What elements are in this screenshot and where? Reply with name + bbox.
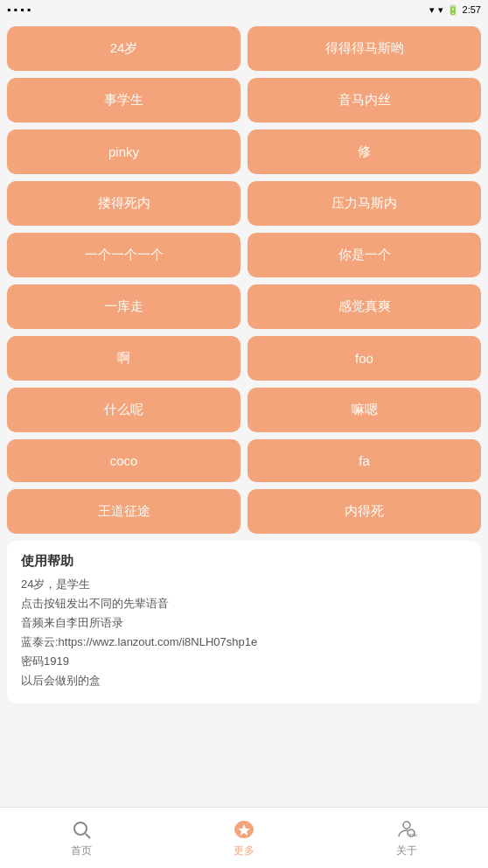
nav-item-home[interactable]: 首页 bbox=[0, 818, 163, 858]
signal-icon: ▾ bbox=[438, 4, 443, 16]
help-section: 使用帮助 24岁，是学生点击按钮发出不同的先辈语音音频来自李田所语录蓝泰云:ht… bbox=[7, 541, 481, 704]
help-line: 密码1919 bbox=[21, 652, 467, 671]
help-line: 24岁，是学生 bbox=[21, 575, 467, 594]
nav-label-more: 更多 bbox=[234, 844, 254, 858]
more-icon bbox=[233, 818, 255, 841]
phrase-button-5[interactable]: pinky bbox=[7, 130, 241, 174]
time-display: 2:57 bbox=[463, 4, 481, 15]
help-body: 24岁，是学生点击按钮发出不同的先辈语音音频来自李田所语录蓝泰云:https:/… bbox=[21, 575, 467, 691]
status-left: ▪ ▪ ▪ ▪ bbox=[7, 4, 31, 16]
help-line: 音频来自李田所语录 bbox=[21, 613, 467, 633]
home-icon bbox=[70, 818, 93, 841]
status-right: ▾ ▾ 🔋 2:57 bbox=[429, 4, 481, 16]
phrase-button-11[interactable]: 一库走 bbox=[7, 284, 241, 329]
nav-item-about[interactable]: info 关于 bbox=[325, 818, 488, 858]
svg-text:info: info bbox=[409, 832, 418, 837]
nav-label-about: 关于 bbox=[396, 844, 417, 858]
nav-label-home: 首页 bbox=[71, 844, 92, 858]
phrase-button-4[interactable]: 音马内丝 bbox=[247, 78, 481, 122]
wifi-icon: ▾ bbox=[429, 4, 435, 16]
about-icon: info bbox=[395, 818, 418, 841]
phrase-button-14[interactable]: foo bbox=[247, 336, 481, 381]
phrase-button-10[interactable]: 你是一个 bbox=[247, 233, 481, 277]
bottom-nav: 首页 更多 info 关于 bbox=[0, 807, 488, 868]
svg-point-0 bbox=[74, 822, 87, 835]
help-line: 以后会做别的盒 bbox=[21, 671, 467, 690]
status-bar: ▪ ▪ ▪ ▪ ▾ ▾ 🔋 2:57 bbox=[0, 0, 488, 19]
help-line: 蓝泰云:https://wwz.lanzout.com/i8NLH07shp1e bbox=[21, 633, 467, 652]
phrase-button-1[interactable]: 24岁 bbox=[7, 26, 241, 71]
phrase-button-15[interactable]: 什么呢 bbox=[7, 388, 241, 432]
svg-line-1 bbox=[86, 834, 90, 838]
svg-point-2 bbox=[403, 822, 410, 829]
battery-icon: 🔋 bbox=[447, 4, 459, 16]
help-line: 点击按钮发出不同的先辈语音 bbox=[21, 594, 467, 613]
phrase-button-20[interactable]: 内得死 bbox=[247, 489, 481, 534]
phrase-button-18[interactable]: fa bbox=[247, 439, 481, 482]
nav-item-more[interactable]: 更多 bbox=[163, 818, 325, 858]
help-title: 使用帮助 bbox=[21, 553, 467, 570]
phrase-button-19[interactable]: 王道征途 bbox=[7, 489, 241, 534]
status-icons: ▪ ▪ ▪ ▪ bbox=[7, 4, 31, 16]
main-content: 24岁得得得马斯哟事学生音马内丝pinky修搂得死内压力马斯内一个一个一个你是一… bbox=[0, 19, 488, 807]
phrase-button-3[interactable]: 事学生 bbox=[7, 78, 241, 122]
phrase-button-16[interactable]: 嘛嗯 bbox=[247, 388, 481, 432]
button-grid: 24岁得得得马斯哟事学生音马内丝pinky修搂得死内压力马斯内一个一个一个你是一… bbox=[7, 26, 481, 534]
phrase-button-17[interactable]: coco bbox=[7, 439, 241, 482]
phrase-button-12[interactable]: 感觉真爽 bbox=[247, 284, 481, 329]
phrase-button-7[interactable]: 搂得死内 bbox=[7, 181, 241, 226]
phrase-button-6[interactable]: 修 bbox=[247, 130, 481, 174]
phrase-button-2[interactable]: 得得得马斯哟 bbox=[247, 26, 481, 71]
phrase-button-13[interactable]: 啊 bbox=[7, 336, 241, 381]
phrase-button-9[interactable]: 一个一个一个 bbox=[7, 233, 241, 277]
phrase-button-8[interactable]: 压力马斯内 bbox=[247, 181, 481, 226]
